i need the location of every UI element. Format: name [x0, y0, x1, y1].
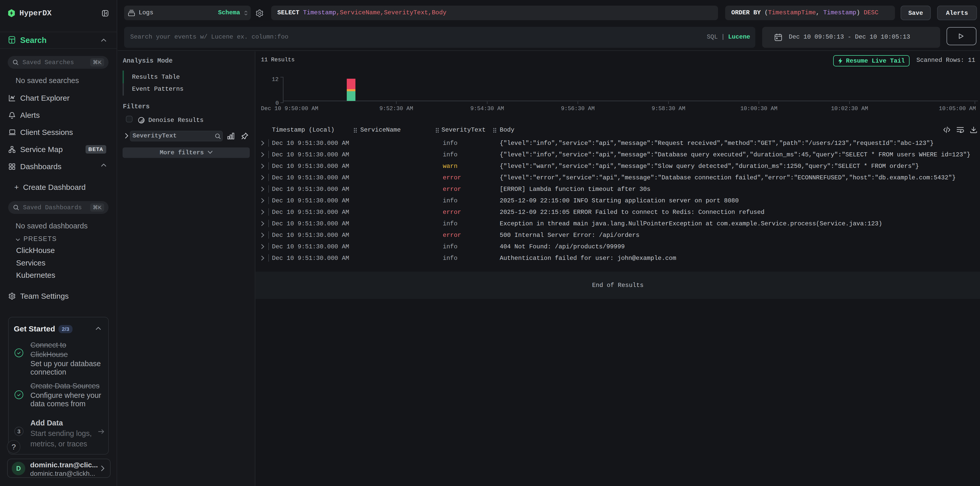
svg-text:9:52:30 AM: 9:52:30 AM — [379, 105, 413, 112]
svg-text:Dec 10 9:50:00 AM: Dec 10 9:50:00 AM — [261, 105, 318, 112]
svg-text:10:02:30 AM: 10:02:30 AM — [831, 105, 868, 112]
svg-text:9:54:30 AM: 9:54:30 AM — [470, 105, 504, 112]
svg-text:9:58:30 AM: 9:58:30 AM — [652, 105, 685, 112]
svg-text:9:56:30 AM: 9:56:30 AM — [561, 105, 595, 112]
svg-text:10:00:30 AM: 10:00:30 AM — [740, 105, 777, 112]
svg-text:10:05:00 AM: 10:05:00 AM — [939, 105, 976, 112]
svg-text:12: 12 — [272, 76, 278, 83]
